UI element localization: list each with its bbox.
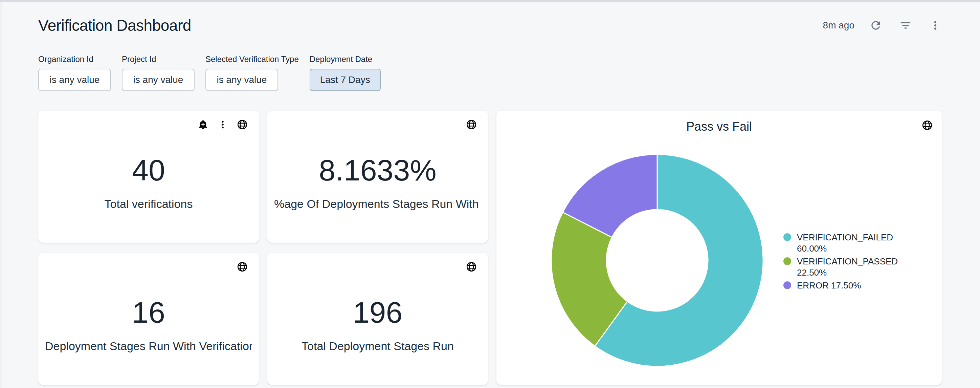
filter-label: Organization Id (38, 55, 111, 63)
filters-bar: Organization Id is any value Project Id … (38, 55, 942, 91)
kpi-card-total-deployment-stages-run: 196 Total Deployment Stages Run (267, 253, 488, 385)
filter-label: Selected Verification Type (205, 55, 299, 63)
legend-item-verification_passed[interactable]: VERIFICATION_PASSED22.50% (783, 256, 898, 278)
filter-value-chip[interactable]: is any value (205, 69, 278, 91)
explore-from-here-button[interactable] (921, 120, 933, 131)
kpi-label: Deployment Stages Run With Verification (45, 340, 252, 353)
globe-icon (237, 261, 248, 273)
header-controls: 8m ago (823, 19, 942, 32)
dashboard-header: Verification Dashboard 8m ago (38, 14, 942, 36)
filter-deployment-date: Deployment Date Last 7 Days (310, 55, 381, 91)
legend-label: VERIFICATION_FAILED60.00% (797, 232, 893, 254)
tiles-grid: 40 Total verifications 8.1633% %age Of D… (38, 111, 942, 385)
filter-organization-id: Organization Id is any value (38, 55, 111, 91)
tile-actions-menu-button[interactable] (217, 119, 228, 130)
explore-from-here-button[interactable] (237, 119, 248, 130)
filter-label: Project Id (122, 55, 194, 63)
tile-toolbar (921, 120, 933, 131)
tile-toolbar (197, 119, 248, 130)
legend-label: ERROR 17.50% (797, 280, 861, 291)
kpi-label: %age Of Deployments Stages Run With V… (274, 197, 481, 211)
dashboard-filters-button[interactable] (899, 19, 912, 32)
legend-swatch (783, 281, 791, 289)
legend-item-error[interactable]: ERROR 17.50% (783, 280, 898, 291)
filter-value-chip[interactable]: is any value (122, 69, 194, 91)
refresh-icon (869, 19, 882, 32)
explore-from-here-button[interactable] (466, 261, 477, 273)
filter-value-chip[interactable]: is any value (38, 69, 111, 91)
dashboard-page: Verification Dashboard 8m ago Organizati… (0, 2, 980, 385)
refresh-button[interactable] (869, 19, 882, 32)
dashboard-actions-menu-button[interactable] (929, 19, 942, 32)
globe-icon (921, 120, 933, 131)
kpi-card-percentage-stages-with-verification: 8.1633% %age Of Deployments Stages Run W… (267, 111, 488, 243)
kpi-card-total-verifications: 40 Total verifications (38, 111, 259, 243)
filter-project-id: Project Id is any value (122, 55, 194, 91)
page-title: Verification Dashboard (38, 16, 191, 35)
legend-item-verification_failed[interactable]: VERIFICATION_FAILED60.00% (783, 232, 898, 254)
chart-legend: VERIFICATION_FAILED60.00%VERIFICATION_PA… (783, 232, 898, 291)
kpi-value: 40 (132, 155, 165, 185)
filter-selected-verification-type: Selected Verification Type is any value (205, 55, 299, 91)
globe-icon (466, 119, 477, 130)
kpi-card-stages-run-with-verification: 16 Deployment Stages Run With Verificati… (38, 253, 259, 385)
globe-icon (466, 261, 477, 273)
explore-from-here-button[interactable] (237, 261, 248, 273)
kpi-value: 196 (353, 298, 403, 327)
filter-label: Deployment Date (310, 55, 381, 63)
chart-card-pass-vs-fail: Pass vs Fail VERIFICATION_FAILED60.00%VE… (496, 111, 942, 385)
tile-toolbar (466, 119, 477, 130)
donut-chart[interactable] (549, 152, 765, 369)
add-alert-button[interactable] (197, 119, 209, 130)
filter-icon (899, 19, 912, 32)
last-refreshed-label: 8m ago (823, 20, 854, 31)
more-vert-icon (929, 19, 942, 32)
kpi-value: 8.1633% (319, 155, 436, 185)
legend-swatch (783, 233, 791, 241)
legend-swatch (783, 257, 791, 265)
explore-from-here-button[interactable] (466, 119, 477, 130)
tile-toolbar (466, 261, 477, 273)
more-vert-icon (217, 119, 228, 130)
kpi-label: Total Deployment Stages Run (302, 340, 454, 353)
filter-value-chip[interactable]: Last 7 Days (310, 69, 381, 91)
legend-label: VERIFICATION_PASSED22.50% (797, 256, 898, 278)
kpi-value: 16 (132, 298, 165, 327)
tile-toolbar (237, 261, 248, 273)
chart-title: Pass vs Fail (496, 120, 942, 134)
globe-icon (237, 119, 248, 130)
kpi-label: Total verifications (105, 197, 193, 211)
add-alert-icon (197, 119, 209, 130)
